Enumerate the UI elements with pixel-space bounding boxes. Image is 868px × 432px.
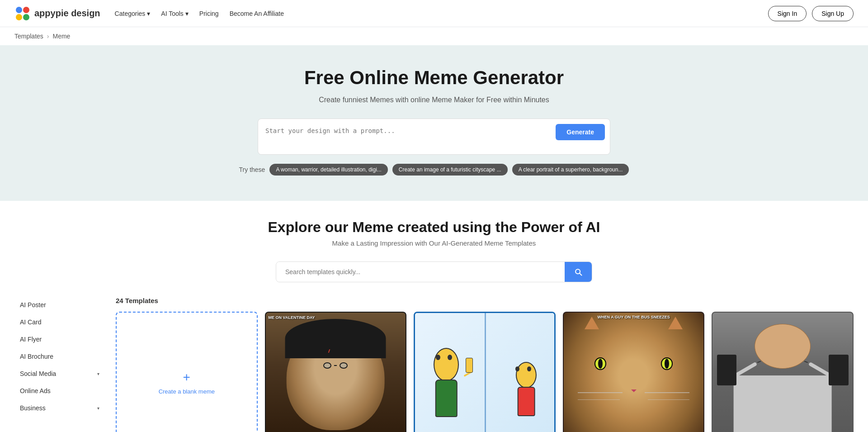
svg-point-0 <box>16 7 22 13</box>
breadcrumb: Templates › Meme <box>0 27 868 45</box>
breadcrumb-separator: › <box>47 33 49 40</box>
plus-icon: + <box>183 370 190 385</box>
sign-in-button[interactable]: Sign In <box>768 6 807 21</box>
sidebar-item-ai-card[interactable]: AI Card <box>14 314 105 330</box>
templates-count: 24 Templates <box>116 297 854 304</box>
sidebar: AI Poster AI Card AI Flyer AI Brochure S… <box>14 297 105 432</box>
main-nav: Categories ▾ AI Tools ▾ Pricing Become A… <box>115 10 284 17</box>
prompt-area: Generate <box>258 119 610 157</box>
header-right: Sign In Sign Up <box>768 6 854 21</box>
search-input[interactable] <box>276 262 565 282</box>
suggestion-chip-3[interactable]: A clear portrait of a superhero, backgro… <box>512 164 629 176</box>
breadcrumb-templates[interactable]: Templates <box>14 33 43 40</box>
svg-point-2 <box>16 14 22 20</box>
chevron-down-icon: ▾ <box>185 10 189 17</box>
header: appypie design Categories ▾ AI Tools ▾ P… <box>0 0 868 27</box>
sidebar-item-ai-poster[interactable]: AI Poster <box>14 297 105 313</box>
templates-section: 24 Templates + Create a blank meme <box>116 297 854 432</box>
nav-affiliate[interactable]: Become An Affiliate <box>230 10 284 17</box>
sidebar-item-social-media[interactable]: Social Media ▾ <box>14 366 105 382</box>
logo-icon <box>14 5 31 22</box>
meme-card-2[interactable]: DuKyaad Char Garamy <box>414 312 556 432</box>
chevron-down-icon: ▾ <box>97 406 99 411</box>
templates-grid: + Create a blank meme <box>116 312 854 432</box>
search-icon <box>574 267 583 276</box>
hero-section: Free Online Meme Generator Create funnie… <box>0 45 868 201</box>
chevron-down-icon: ▾ <box>147 10 150 17</box>
breadcrumb-current: Meme <box>52 33 70 40</box>
hero-subtitle: Create funniest Memes with online Meme M… <box>319 96 549 104</box>
try-these: Try these A woman, warrior, detailed ill… <box>239 164 629 176</box>
chevron-down-icon: ▾ <box>97 371 99 376</box>
suggestion-chip-1[interactable]: A woman, warrior, detailed illustration,… <box>269 164 387 176</box>
meme-card-1[interactable]: ME ON VALENTINE DAY I will be in my bedr… <box>265 312 407 432</box>
try-these-label: Try these <box>239 166 265 173</box>
sidebar-item-business[interactable]: Business ▾ <box>14 400 105 416</box>
header-left: appypie design Categories ▾ AI Tools ▾ P… <box>14 5 284 22</box>
hero-title: Free Online Meme Generator <box>304 67 564 89</box>
meme-card-4[interactable]: IT'S TOO DAMN EARLY!! FOR ALL THAT "WORK… <box>712 312 854 432</box>
suggestion-chip-2[interactable]: Create an image of a futuristic cityscap… <box>392 164 508 176</box>
nav-pricing[interactable]: Pricing <box>199 10 219 17</box>
sidebar-item-ai-flyer[interactable]: AI Flyer <box>14 331 105 347</box>
section-title: Explore our Meme created using the Power… <box>14 219 854 236</box>
section-header: Explore our Meme created using the Power… <box>14 219 854 247</box>
search-button[interactable] <box>565 262 592 282</box>
svg-point-1 <box>23 7 29 13</box>
blank-card-label: Create a blank meme <box>159 388 215 395</box>
svg-point-3 <box>23 14 29 20</box>
meme-card-1-top-text: ME ON VALENTINE DAY <box>269 315 403 320</box>
search-bar <box>276 261 592 282</box>
logo[interactable]: appypie design <box>14 5 100 22</box>
sign-up-button[interactable]: Sign Up <box>812 6 854 21</box>
meme-card-3-top-text: WHEN A GUY ON THE BUS SNEEZES <box>566 315 702 319</box>
content-area: AI Poster AI Card AI Flyer AI Brochure S… <box>14 297 854 432</box>
sidebar-item-online-ads[interactable]: Online Ads <box>14 383 105 399</box>
sidebar-item-ai-brochure[interactable]: AI Brochure <box>14 348 105 365</box>
search-bar-wrap <box>14 261 854 282</box>
blank-meme-card[interactable]: + Create a blank meme <box>116 312 258 432</box>
nav-categories[interactable]: Categories ▾ <box>115 10 151 17</box>
generate-button[interactable]: Generate <box>556 124 605 140</box>
section-subtitle: Make a Lasting Impression with Our AI-Ge… <box>14 239 854 247</box>
nav-ai-tools[interactable]: AI Tools ▾ <box>161 10 189 17</box>
meme-card-3[interactable]: WHEN A GUY ON THE BUS SNEEZES R.I.P <box>563 312 705 432</box>
main-content: Explore our Meme created using the Power… <box>0 201 868 432</box>
logo-text: appypie design <box>34 8 100 19</box>
